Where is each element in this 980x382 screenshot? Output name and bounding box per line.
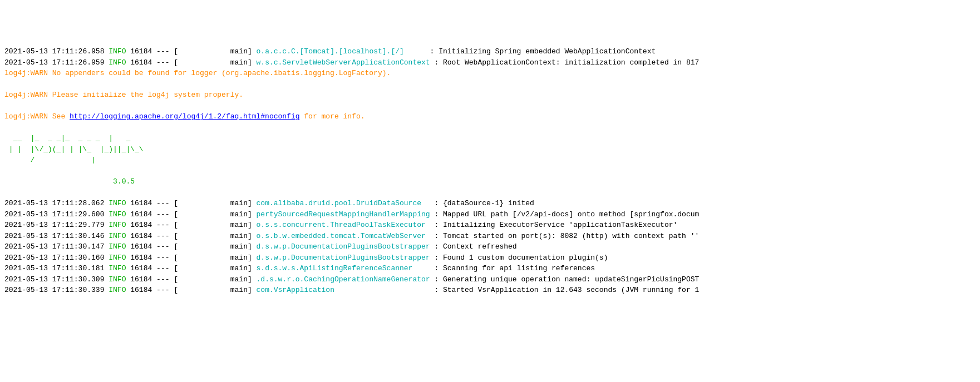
- separator: --- [: [156, 264, 178, 272]
- log-level: INFO: [109, 199, 126, 207]
- separator: --- [: [156, 232, 178, 240]
- message: : Generating unique operation named: upd…: [430, 275, 700, 284]
- thread: main]: [178, 58, 256, 67]
- log-line: 2021-05-13 17:11:30.146 INFO 16184 --- […: [4, 231, 976, 242]
- message: : Initializing ExecutorService 'applicat…: [430, 221, 678, 229]
- log-line: log4j:WARN No appenders could be found f…: [4, 68, 976, 79]
- logger: s.d.s.w.s.ApiListingReferenceScanner: [257, 264, 430, 272]
- warn-suffix: for more info.: [300, 112, 365, 121]
- message: : Root WebApplicationContext: initializa…: [430, 58, 700, 67]
- log-line: 2021-05-13 17:11:26.958 INFO 16184 --- […: [4, 46, 976, 57]
- thread: main]: [178, 232, 256, 240]
- log-line: [4, 101, 976, 112]
- logger: w.s.c.ServletWebServerApplicationContext: [257, 58, 430, 67]
- logger: com.alibaba.druid.pool.DruidDataSource: [257, 199, 430, 207]
- thread: main]: [178, 221, 256, 229]
- logger: o.a.c.c.C.[Tomcat].[localhost].[/]: [257, 47, 426, 56]
- log-level: INFO: [109, 275, 126, 284]
- timestamp: 2021-05-13 17:11:30.160: [4, 254, 109, 262]
- thread: main]: [178, 286, 256, 294]
- logger: com.VsrApplication: [257, 286, 430, 294]
- thread: main]: [178, 275, 256, 284]
- log-line: [4, 79, 976, 90]
- log-line: 2021-05-13 17:11:30.339 INFO 16184 --- […: [4, 285, 976, 296]
- pid: 16184: [130, 47, 152, 56]
- pid: 16184: [130, 275, 152, 284]
- timestamp: 2021-05-13 17:11:30.339: [4, 286, 109, 294]
- log-line: 3.0.5: [4, 176, 976, 187]
- message: : Found 1 custom documentation plugin(s): [430, 254, 608, 262]
- log-level: INFO: [109, 254, 126, 262]
- log-level: INFO: [109, 210, 126, 219]
- thread: main]: [178, 199, 256, 207]
- log-line: 2021-05-13 17:11:29.779 INFO 16184 --- […: [4, 220, 976, 231]
- log-line: 2021-05-13 17:11:30.181 INFO 16184 --- […: [4, 263, 976, 274]
- thread: main]: [178, 47, 256, 56]
- separator: --- [: [156, 254, 178, 262]
- log-level: INFO: [109, 221, 126, 229]
- message: : Context refreshed: [430, 242, 517, 251]
- pid: 16184: [130, 264, 152, 272]
- log-line: __ |_ _ _|_ _ _ _ | _: [4, 133, 976, 144]
- message: : Mapped URL path [/v2/api-docs] onto me…: [430, 210, 700, 219]
- thread: main]: [178, 254, 256, 262]
- timestamp: 2021-05-13 17:11:28.062: [4, 199, 109, 207]
- log-level: INFO: [109, 242, 126, 251]
- banner-text: __ |_ _ _|_ _ _ _ | _: [4, 134, 130, 142]
- log-line: | | |\/_)(_| | |\_ |_)||_|\_\: [4, 144, 976, 155]
- log-line: 2021-05-13 17:11:28.062 INFO 16184 --- […: [4, 198, 976, 209]
- logger: d.s.w.p.DocumentationPluginsBootstrapper: [257, 242, 430, 251]
- logger: o.s.b.w.embedded.tomcat.TomcatWebServer: [257, 232, 430, 240]
- timestamp: 2021-05-13 17:11:30.309: [4, 275, 109, 284]
- log-level: INFO: [109, 286, 126, 294]
- timestamp: 2021-05-13 17:11:30.147: [4, 242, 109, 251]
- message: : Initializing Spring embedded WebApplic…: [426, 47, 656, 56]
- log-line: / |: [4, 155, 976, 166]
- separator: --- [: [156, 221, 178, 229]
- pid: 16184: [130, 199, 152, 207]
- pid: 16184: [130, 232, 152, 240]
- pid: 16184: [130, 58, 152, 67]
- message: : Scanning for api listing references: [430, 264, 595, 272]
- separator: --- [: [156, 286, 178, 294]
- log-container: 2021-05-13 17:11:26.958 INFO 16184 --- […: [4, 38, 976, 296]
- logger: o.s.s.concurrent.ThreadPoolTaskExecutor: [257, 221, 430, 229]
- banner-text: 3.0.5: [4, 177, 135, 186]
- banner-text: / |: [4, 156, 96, 164]
- log-line: 2021-05-13 17:11:29.600 INFO 16184 --- […: [4, 209, 976, 220]
- separator: --- [: [156, 242, 178, 251]
- thread: main]: [178, 210, 256, 219]
- logger: pertySourcedRequestMappingHandlerMapping: [257, 210, 430, 219]
- pid: 16184: [130, 210, 152, 219]
- timestamp: 2021-05-13 17:11:30.146: [4, 232, 109, 240]
- banner-text: | | |\/_)(_| | |\_ |_)||_|\_\: [4, 145, 144, 153]
- separator: --- [: [156, 47, 178, 56]
- pid: 16184: [130, 242, 152, 251]
- pid: 16184: [130, 286, 152, 294]
- timestamp: 2021-05-13 17:11:30.181: [4, 264, 109, 272]
- warn-prefix: log4j:WARN See: [4, 112, 70, 121]
- separator: --- [: [156, 275, 178, 284]
- pid: 16184: [130, 254, 152, 262]
- log-line: 2021-05-13 17:11:26.959 INFO 16184 --- […: [4, 57, 976, 68]
- warn-link[interactable]: http://logging.apache.org/log4j/1.2/faq.…: [70, 112, 299, 121]
- warn-text: log4j:WARN No appenders could be found f…: [4, 69, 391, 77]
- log-level: INFO: [109, 47, 126, 56]
- thread: main]: [178, 242, 256, 251]
- log-line: [4, 122, 976, 133]
- log-line: 2021-05-13 17:11:30.147 INFO 16184 --- […: [4, 241, 976, 252]
- separator: --- [: [156, 210, 178, 219]
- log-line: [4, 187, 976, 199]
- log-line: 2021-05-13 17:11:30.160 INFO 16184 --- […: [4, 252, 976, 264]
- message: : Started VsrApplication in 12.643 secon…: [430, 286, 700, 294]
- log-level: INFO: [109, 232, 126, 240]
- timestamp: 2021-05-13 17:11:29.600: [4, 210, 109, 219]
- message: : Tomcat started on port(s): 8082 (http)…: [430, 232, 700, 240]
- logger: .d.s.w.r.o.CachingOperationNameGenerator: [257, 275, 430, 284]
- separator: --- [: [156, 199, 178, 207]
- message: : {dataSource-1} inited: [430, 199, 534, 207]
- log-level: INFO: [109, 58, 126, 67]
- log-line: 2021-05-13 17:11:30.309 INFO 16184 --- […: [4, 274, 976, 285]
- log-line: log4j:WARN Please initialize the log4j s…: [4, 90, 976, 101]
- logger: d.s.w.p.DocumentationPluginsBootstrapper: [257, 254, 430, 262]
